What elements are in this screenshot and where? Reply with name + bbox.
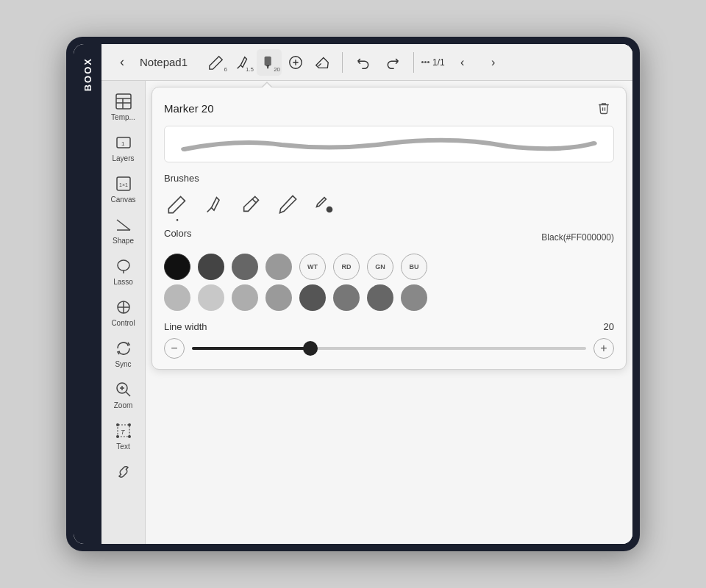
panel-pointer	[261, 82, 273, 87]
eraser-tool-button[interactable]	[310, 49, 335, 76]
linewidth-decrease-button[interactable]: −	[164, 338, 185, 359]
zoom-icon	[113, 379, 134, 400]
svg-text:T: T	[121, 429, 126, 436]
drawing-area: Marker 20	[146, 81, 632, 544]
colors-header: Colors Black(#FF000000)	[164, 228, 614, 246]
shape-icon	[113, 215, 134, 235]
tool-group: 6 1.5	[204, 49, 335, 76]
template-label: Temp...	[111, 113, 135, 122]
sidebar-item-link[interactable]	[104, 457, 143, 487]
lasso-label: Lasso	[113, 278, 133, 287]
sidebar-item-text[interactable]: T Text	[104, 416, 143, 456]
colors-row-1: WT RD GN BU	[164, 254, 614, 280]
sidebar-item-lasso[interactable]: Lasso	[104, 251, 143, 291]
svg-text:1×1: 1×1	[119, 182, 128, 187]
marker-panel: Marker 20	[151, 87, 627, 370]
brush-option-2[interactable]	[201, 191, 227, 218]
canvas-icon: 1×1	[113, 173, 134, 194]
colors-row-2	[164, 284, 614, 311]
page-number: 1/1	[432, 57, 445, 68]
device-frame: BOOX ‹ Notepad1 6	[66, 37, 640, 551]
brushes-section-title: Brushes	[164, 173, 614, 184]
linewidth-value: 20	[604, 321, 614, 332]
pen-badge: 1.5	[246, 66, 254, 73]
brush-option-1[interactable]	[164, 191, 190, 218]
delete-button[interactable]	[593, 98, 614, 118]
color-dg1[interactable]	[299, 284, 326, 311]
linewidth-label: Line width	[164, 321, 207, 332]
color-lg3[interactable]	[232, 284, 258, 311]
main-area: ‹ Notepad1 6	[101, 44, 632, 544]
pen-tool-button[interactable]: 1.5	[230, 49, 255, 76]
sidebar-item-layers[interactable]: 1 Layers	[104, 128, 143, 168]
template-icon	[113, 91, 134, 112]
color-white[interactable]: WT	[299, 254, 326, 280]
undo-button[interactable]	[350, 49, 377, 76]
text-label: Text	[116, 442, 129, 451]
svg-rect-2	[116, 94, 131, 109]
svg-text:1: 1	[121, 140, 125, 147]
color-black[interactable]	[164, 254, 190, 280]
add-tool-button[interactable]	[283, 49, 308, 76]
color-darkgray1[interactable]	[198, 254, 224, 280]
content-area: Temp... 1 Layers	[101, 81, 632, 544]
svg-point-24	[116, 435, 119, 438]
marker-badge: 20	[274, 66, 280, 73]
brand-label: BOOX	[82, 57, 93, 91]
color-lg2[interactable]	[198, 284, 224, 311]
color-value-label: Black(#FF000000)	[541, 232, 614, 243]
page-info: 1/1	[421, 57, 445, 68]
brush-option-3[interactable]	[238, 191, 264, 218]
toolbar-separator-2	[413, 52, 414, 73]
linewidth-slider-track[interactable]	[192, 347, 586, 350]
panel-header: Marker 20	[164, 98, 614, 118]
color-lg4[interactable]	[265, 284, 292, 311]
control-icon	[113, 297, 134, 318]
sidebar-item-sync[interactable]: Sync	[104, 334, 143, 373]
color-blue[interactable]: BU	[401, 254, 427, 280]
sidebar-item-shape[interactable]: Shape	[104, 210, 143, 250]
linewidth-header: Line width 20	[164, 321, 614, 332]
lasso-icon	[113, 256, 134, 276]
linewidth-slider-thumb[interactable]	[303, 341, 318, 356]
sidebar-item-zoom[interactable]: Zoom	[104, 375, 143, 415]
color-green[interactable]: GN	[367, 254, 393, 280]
next-page-button[interactable]: ›	[480, 49, 507, 76]
back-button[interactable]: ‹	[109, 49, 135, 76]
toolbar-separator-1	[342, 52, 343, 73]
page-dots	[421, 61, 429, 63]
text-icon: T	[113, 420, 134, 441]
svg-rect-0	[265, 56, 271, 65]
top-toolbar: ‹ Notepad1 6	[101, 44, 632, 81]
colors-section-title: Colors	[164, 228, 192, 239]
color-dg3[interactable]	[367, 284, 393, 311]
color-dg4[interactable]	[401, 284, 427, 311]
color-gray[interactable]	[265, 254, 292, 280]
color-lg1[interactable]	[164, 284, 190, 311]
sidebar-item-canvas[interactable]: 1×1 Canvas	[104, 169, 143, 209]
brush-option-4[interactable]	[274, 191, 301, 218]
color-darkgray2[interactable]	[232, 254, 258, 280]
prev-page-button[interactable]: ‹	[449, 49, 476, 76]
color-red[interactable]: RD	[333, 254, 360, 280]
colors-grid: WT RD GN BU	[164, 254, 614, 311]
svg-point-25	[128, 435, 131, 438]
redo-button[interactable]	[379, 49, 406, 76]
linewidth-increase-button[interactable]: +	[593, 338, 614, 359]
zoom-label: Zoom	[114, 401, 133, 410]
device-screen: BOOX ‹ Notepad1 6	[74, 44, 632, 544]
color-dg2[interactable]	[333, 284, 360, 311]
document-title: Notepad1	[140, 56, 188, 68]
svg-point-23	[128, 423, 131, 426]
canvas-label: Canvas	[111, 196, 136, 204]
pencil-tool-button[interactable]: 6	[204, 49, 229, 76]
sync-label: Sync	[115, 360, 131, 369]
link-icon	[113, 462, 134, 482]
panel-title: Marker 20	[164, 102, 214, 115]
svg-point-22	[116, 423, 119, 426]
sidebar-item-control[interactable]: Control	[104, 293, 143, 332]
brush-option-5[interactable]	[311, 191, 338, 218]
sidebar-item-template[interactable]: Temp...	[104, 87, 143, 126]
brush-preview	[164, 126, 614, 162]
marker-tool-button[interactable]: 20	[257, 49, 282, 76]
